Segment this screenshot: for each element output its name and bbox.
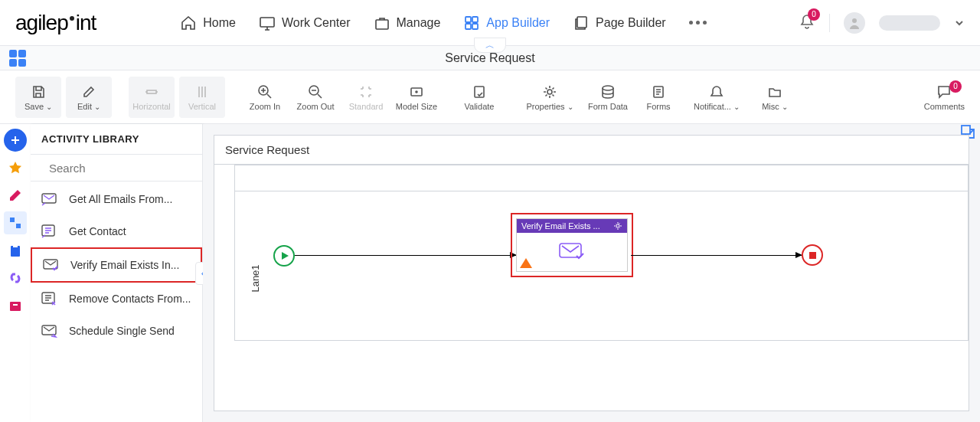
canvas-title: Service Request [214, 136, 969, 165]
svg-rect-20 [13, 244, 18, 247]
apps-grid-button[interactable] [9, 50, 26, 67]
chevron-down-icon[interactable] [954, 18, 965, 28]
comments-button[interactable]: 0 Comments [924, 83, 965, 111]
notification-badge: 0 [808, 8, 820, 21]
lib-item-verify-email[interactable]: Verify Email Exists In... [31, 247, 202, 283]
validate-icon [472, 83, 487, 101]
lib-item-get-contact[interactable]: Get Contact [31, 215, 202, 247]
svg-point-7 [852, 18, 857, 23]
nav-app-builder-label: App Builder [486, 16, 550, 30]
svg-rect-8 [147, 90, 156, 93]
lane: Lane1 Verify Email Exists ... [234, 165, 969, 341]
svg-rect-5 [472, 24, 478, 29]
add-button[interactable] [4, 129, 27, 152]
lane-label: Lane1 [250, 264, 261, 292]
end-node[interactable] [802, 244, 823, 266]
favorites-icon[interactable] [4, 156, 27, 179]
grid-icon [463, 15, 480, 31]
svg-rect-30 [560, 244, 581, 257]
horizontal-label: Horizontal [132, 102, 171, 111]
nav-page-builder[interactable]: Page Builder [573, 15, 666, 31]
nav-manage-label: Manage [397, 16, 441, 30]
lib-item-label: Get Contact [69, 225, 126, 238]
activity-node-verify-email[interactable]: Verify Email Exists ... [511, 213, 633, 277]
svg-rect-4 [466, 24, 471, 29]
home-icon [180, 15, 197, 31]
main-nav: Home Work Center Manage App Builder Page… [180, 15, 706, 31]
nav-more[interactable] [689, 21, 707, 25]
forms-label: Forms [646, 102, 670, 111]
activity-body [517, 233, 627, 271]
misc-label: Misc [762, 102, 779, 111]
zoom-in-icon [257, 83, 273, 101]
zoom-out-label: Zoom Out [297, 102, 335, 111]
workspace: ACTIVITY LIBRARY Get All Emails From... … [0, 124, 980, 422]
nav-work-center[interactable]: Work Center [259, 15, 351, 31]
zoom-in-button[interactable]: Zoom In [242, 77, 288, 118]
bell-icon [709, 83, 724, 101]
svg-rect-19 [11, 246, 20, 257]
copy-icon [573, 15, 590, 31]
toolbar: Save ⌄ Edit ⌄ Horizontal Vertical Zoom I… [0, 70, 980, 124]
envelope-check-icon [557, 240, 587, 263]
notifications-button[interactable]: 0 [799, 13, 815, 33]
nav-manage[interactable]: Manage [374, 15, 441, 31]
avatar[interactable] [844, 12, 865, 34]
edge-activity-to-end [631, 255, 802, 256]
start-node[interactable] [273, 245, 295, 267]
activity-header: Verify Email Exists ... [517, 219, 627, 233]
svg-rect-1 [376, 20, 388, 29]
notifications-tb-button[interactable]: Notificat... ⌄ [686, 77, 747, 118]
vertical-icon [194, 83, 210, 101]
flow-strip-icon[interactable] [4, 211, 27, 234]
horizontal-button[interactable]: Horizontal [129, 77, 175, 118]
svg-point-12 [416, 91, 417, 93]
svg-point-14 [547, 90, 552, 94]
edit-strip-icon[interactable] [4, 184, 27, 207]
nav-app-builder[interactable]: App Builder [463, 15, 550, 31]
logo: agilepint [15, 11, 96, 35]
library-strip-icon[interactable] [4, 294, 27, 317]
vertical-button[interactable]: Vertical [179, 77, 225, 118]
form-data-button[interactable]: Form Data [585, 77, 631, 118]
standard-button[interactable]: Standard [343, 77, 389, 118]
user-name-pill[interactable] [879, 15, 940, 31]
search-input[interactable] [49, 162, 194, 175]
svg-rect-18 [16, 224, 21, 228]
lib-item-schedule-send[interactable]: Schedule Single Send [31, 315, 202, 347]
left-strip [0, 124, 31, 422]
svg-rect-3 [472, 17, 478, 22]
comments-label: Comments [924, 102, 965, 111]
save-button[interactable]: Save ⌄ [15, 77, 61, 118]
zoom-out-button[interactable]: Zoom Out [292, 77, 338, 118]
envelope-check-icon [41, 255, 61, 275]
forms-icon [651, 83, 666, 101]
canvas-area: Service Request Lane1 Verify Email Exist… [203, 124, 980, 422]
properties-button[interactable]: Properties ⌄ [519, 77, 580, 118]
comments-badge: 0 [949, 80, 962, 93]
model-size-button[interactable]: Model Size [394, 77, 439, 118]
lib-item-remove-contacts[interactable]: Remove Contacts From... [31, 283, 202, 315]
validate-button[interactable]: Validate [456, 77, 502, 118]
edit-button[interactable]: Edit ⌄ [66, 77, 112, 118]
nav-home[interactable]: Home [180, 15, 236, 31]
clipboard-strip-icon[interactable] [4, 239, 27, 262]
library-list: Get All Emails From... Get Contact Verif… [31, 182, 202, 348]
warning-icon [520, 258, 532, 268]
svg-rect-6 [577, 17, 586, 28]
sub-bar: ︿ Service Request [0, 46, 980, 70]
monitor-icon [259, 15, 276, 31]
link-strip-icon[interactable] [4, 267, 27, 290]
model-size-icon [409, 83, 424, 101]
lib-item-label: Schedule Single Send [69, 325, 175, 338]
lib-item-get-all-emails[interactable]: Get All Emails From... [31, 183, 202, 215]
subbar-collapse-toggle[interactable]: ︿ [474, 38, 506, 53]
gear-icon[interactable] [613, 221, 622, 231]
standard-icon [358, 83, 374, 101]
canvas[interactable]: Service Request Lane1 Verify Email Exist… [214, 135, 969, 411]
misc-button[interactable]: Misc ⌄ [752, 77, 798, 118]
envelope-arrow-icon [40, 189, 60, 209]
forms-button[interactable]: Forms [635, 77, 681, 118]
search-row [31, 155, 202, 182]
lib-item-label: Verify Email Exists In... [70, 259, 179, 272]
